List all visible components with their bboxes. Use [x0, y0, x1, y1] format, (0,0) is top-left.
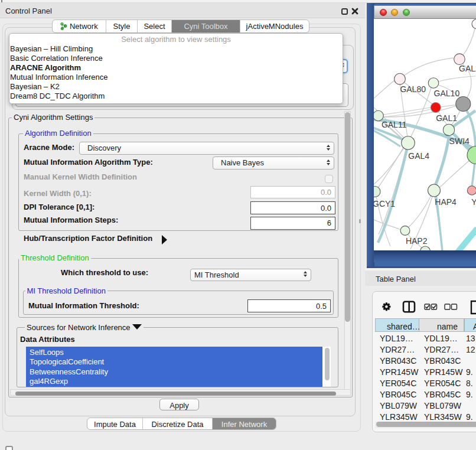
- svg-text:GAL2: GAL2: [459, 63, 476, 73]
- svg-text:GAL1: GAL1: [436, 113, 457, 122]
- svg-text:SWI4: SWI4: [449, 136, 470, 146]
- svg-text:HAP4: HAP4: [435, 197, 457, 206]
- svg-text:GAL10: GAL10: [434, 88, 460, 97]
- svg-text:GAL80: GAL80: [400, 84, 426, 93]
- svg-text:GAL4: GAL4: [408, 151, 429, 161]
- svg-text:GCY1: GCY1: [374, 198, 395, 208]
- svg-text:HAP2: HAP2: [406, 236, 428, 245]
- svg-text:GAL11: GAL11: [382, 120, 407, 129]
- svg-text:YBR: YBR: [471, 197, 476, 206]
